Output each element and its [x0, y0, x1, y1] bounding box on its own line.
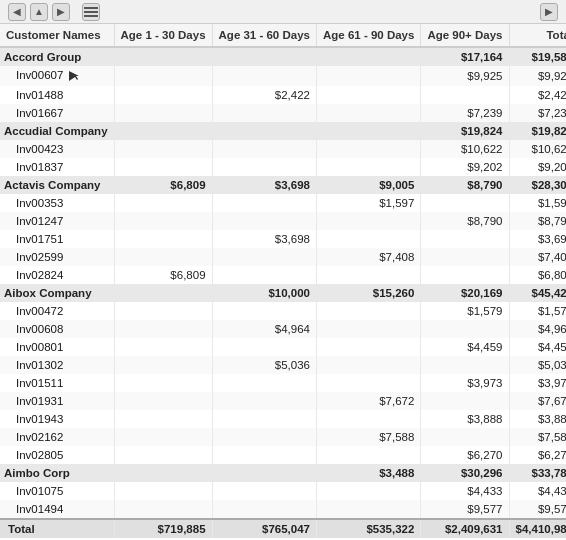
invoice-name: Inv00472 — [0, 302, 114, 320]
cell-age31_60 — [212, 482, 316, 500]
col-age90plus: Age 90+ Days — [421, 24, 509, 47]
cell-total: $6,809 — [509, 266, 566, 284]
table-container: Customer Names Age 1 - 30 Days Age 31 - … — [0, 24, 566, 540]
hamburger-menu[interactable] — [82, 3, 100, 21]
detail-row[interactable]: Inv01075$4,433$4,433 — [0, 482, 566, 500]
detail-row[interactable]: Inv01247$8,790$8,790 — [0, 212, 566, 230]
cell-age1_30 — [114, 284, 212, 302]
cell-age61_90: $15,260 — [316, 284, 420, 302]
cell-age61_90 — [316, 374, 420, 392]
nav-forward-button[interactable]: ▶ — [52, 3, 70, 21]
cell-age90plus: $9,925 — [421, 66, 509, 86]
invoice-name: Inv01075 — [0, 482, 114, 500]
detail-row[interactable]: Inv00353$1,597$1,597 — [0, 194, 566, 212]
cell-total: $4,964 — [509, 320, 566, 338]
cell-age31_60: $5,036 — [212, 356, 316, 374]
cell-age61_90: $7,408 — [316, 248, 420, 266]
cell-age90plus — [421, 86, 509, 104]
cell-age31_60 — [212, 140, 316, 158]
cell-age61_90 — [316, 230, 420, 248]
cell-age1_30 — [114, 356, 212, 374]
cell-age61_90 — [316, 158, 420, 176]
cell-total: $5,036 — [509, 356, 566, 374]
cell-age31_60 — [212, 500, 316, 519]
detail-row[interactable]: Inv01488$2,422$2,422 — [0, 86, 566, 104]
col-age1-30: Age 1 - 30 Days — [114, 24, 212, 47]
detail-row[interactable]: Inv01943$3,888$3,888 — [0, 410, 566, 428]
cell-total: $3,888 — [509, 410, 566, 428]
cell-age61_90 — [316, 122, 420, 140]
cell-age1_30 — [114, 158, 212, 176]
cell-age90plus — [421, 194, 509, 212]
detail-row[interactable]: Inv00423$10,622$10,622 — [0, 140, 566, 158]
cell-total: $1,579 — [509, 302, 566, 320]
detail-row[interactable]: Inv01511$3,973$3,973 — [0, 374, 566, 392]
cell-age1_30 — [114, 47, 212, 66]
cell-total: $19,824 — [509, 122, 566, 140]
cell-total: $19,586 — [509, 47, 566, 66]
cell-age1_30 — [114, 104, 212, 122]
cell-age90plus — [421, 230, 509, 248]
cell-age31_60 — [212, 302, 316, 320]
cell-age61_90 — [316, 47, 420, 66]
cell-age61_90: $9,005 — [316, 176, 420, 194]
detail-row[interactable]: Inv02824$6,809$6,809 — [0, 266, 566, 284]
group-row[interactable]: Accudial Company$19,824$19,824 — [0, 122, 566, 140]
group-row[interactable]: Aibox Company$10,000$15,260$20,169$45,42… — [0, 284, 566, 302]
cell-age31_60 — [212, 374, 316, 392]
table-header-row: Customer Names Age 1 - 30 Days Age 31 - … — [0, 24, 566, 47]
cell-total: $4,459 — [509, 338, 566, 356]
cell-age90plus: $9,202 — [421, 158, 509, 176]
detail-row[interactable]: Inv01837$9,202$9,202 — [0, 158, 566, 176]
detail-row[interactable]: Inv02805$6,270$6,270 — [0, 446, 566, 464]
invoice-name: Inv01751 — [0, 230, 114, 248]
detail-row[interactable]: Inv01302$5,036$5,036 — [0, 356, 566, 374]
nav-back-button[interactable]: ◀ — [8, 3, 26, 21]
cell-age31_60 — [212, 194, 316, 212]
cell-total: $28,302 — [509, 176, 566, 194]
cell-total: $3,698 — [509, 230, 566, 248]
cell-age1_30 — [114, 482, 212, 500]
total-age90plus: $2,409,631 — [421, 519, 509, 538]
detail-row[interactable]: Inv02599$7,408$7,408 — [0, 248, 566, 266]
detail-row[interactable]: Inv00608$4,964$4,964 — [0, 320, 566, 338]
detail-row[interactable]: Inv00801$4,459$4,459 — [0, 338, 566, 356]
invoice-name: Inv01247 — [0, 212, 114, 230]
cell-age1_30 — [114, 302, 212, 320]
cell-age61_90 — [316, 482, 420, 500]
detail-row[interactable]: Inv02162$7,588$7,588 — [0, 428, 566, 446]
total-label: Total — [0, 519, 114, 538]
cell-total: $9,577 — [509, 500, 566, 519]
cell-age90plus: $7,239 — [421, 104, 509, 122]
cell-age1_30 — [114, 428, 212, 446]
detail-row[interactable]: Inv01931$7,672$7,672 — [0, 392, 566, 410]
invoice-name: Inv00607 — [0, 66, 114, 86]
col-customer-names: Customer Names — [0, 24, 114, 47]
cell-age31_60 — [212, 66, 316, 86]
group-row[interactable]: Accord Group$17,164$19,586 — [0, 47, 566, 66]
detail-row[interactable]: Inv01494$9,577$9,577 — [0, 500, 566, 519]
nav-up-button[interactable]: ▲ — [30, 3, 48, 21]
cell-age1_30 — [114, 66, 212, 86]
cell-age61_90 — [316, 500, 420, 519]
detail-row[interactable]: Inv00607 $9,925$9,925 — [0, 66, 566, 86]
cell-age61_90: $7,588 — [316, 428, 420, 446]
group-name: Actavis Company — [0, 176, 114, 194]
group-row[interactable]: Aimbo Corp$3,488$30,296$33,784 — [0, 464, 566, 482]
cell-age31_60 — [212, 266, 316, 284]
cell-age61_90 — [316, 410, 420, 428]
cell-age1_30 — [114, 194, 212, 212]
cell-age90plus: $4,459 — [421, 338, 509, 356]
invoice-name: Inv00423 — [0, 140, 114, 158]
cell-age61_90 — [316, 86, 420, 104]
cell-age90plus — [421, 428, 509, 446]
cell-age90plus: $10,622 — [421, 140, 509, 158]
detail-row[interactable]: Inv01751$3,698$3,698 — [0, 230, 566, 248]
detail-row[interactable]: Inv01667$7,239$7,239 — [0, 104, 566, 122]
scroll-right-button[interactable]: ▶ — [540, 3, 558, 21]
invoice-name: Inv01837 — [0, 158, 114, 176]
cell-age31_60 — [212, 122, 316, 140]
group-row[interactable]: Actavis Company$6,809$3,698$9,005$8,790$… — [0, 176, 566, 194]
cell-age61_90 — [316, 66, 420, 86]
detail-row[interactable]: Inv00472$1,579$1,579 — [0, 302, 566, 320]
